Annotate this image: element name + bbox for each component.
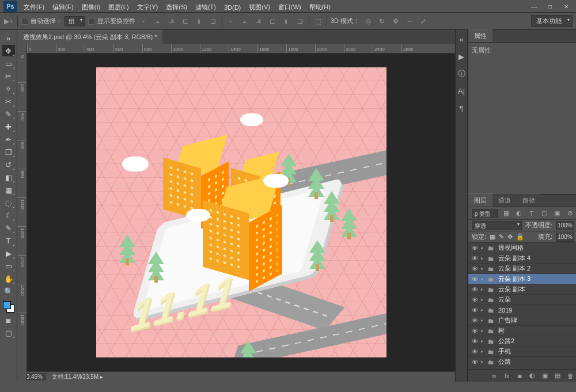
layer-group-icon[interactable]: ▣ bbox=[541, 372, 549, 380]
lock-image-icon[interactable]: ✎ bbox=[499, 233, 504, 241]
healing-tool[interactable]: ✚ bbox=[2, 121, 15, 132]
menu-layer[interactable]: 图层(L) bbox=[105, 2, 132, 13]
filter-pixel-icon[interactable]: ▦ bbox=[502, 209, 511, 218]
window-minimize[interactable]: — bbox=[527, 2, 541, 11]
layer-item[interactable]: 👁▸🖿云朵 bbox=[468, 295, 576, 305]
auto-align-icon[interactable]: ⬚ bbox=[313, 16, 323, 26]
color-swatches[interactable] bbox=[2, 300, 15, 313]
expand-arrow-icon[interactable]: ▸ bbox=[481, 307, 486, 313]
delete-layer-icon[interactable]: 🗑 bbox=[566, 372, 574, 380]
3d-pan-icon[interactable]: ✥ bbox=[391, 16, 401, 26]
menu-3d[interactable]: 3D(D) bbox=[221, 3, 244, 12]
eraser-tool[interactable]: ◧ bbox=[2, 172, 15, 183]
visibility-icon[interactable]: 👁 bbox=[471, 245, 479, 252]
brush-tool[interactable]: ✒ bbox=[2, 134, 15, 145]
filter-smart-icon[interactable]: ▣ bbox=[552, 209, 562, 218]
layer-item[interactable]: 👁▸🖿云朵 副本 4 bbox=[468, 253, 576, 264]
collapse-arrows-icon[interactable]: » bbox=[2, 32, 15, 44]
blend-mode-dropdown[interactable]: 穿透 bbox=[472, 221, 522, 230]
visibility-icon[interactable]: 👁 bbox=[471, 348, 479, 355]
info-icon[interactable]: ⓘ bbox=[456, 68, 467, 79]
new-layer-icon[interactable]: ▤ bbox=[554, 372, 562, 380]
align-left-icon[interactable]: ⊏ bbox=[180, 16, 191, 26]
link-layers-icon[interactable]: ∞ bbox=[490, 372, 498, 380]
distribute-right-icon[interactable]: ⊐ bbox=[295, 16, 305, 26]
distribute-left-icon[interactable]: ⊏ bbox=[267, 16, 278, 26]
workspace-switcher[interactable]: 基本功能 bbox=[531, 15, 573, 27]
path-select-tool[interactable]: ▶ bbox=[2, 248, 15, 259]
move-tool[interactable]: ✥ bbox=[2, 45, 15, 56]
layers-tab[interactable]: 图层 bbox=[468, 193, 492, 207]
quick-mask-tool[interactable]: ◙ bbox=[2, 314, 15, 326]
align-bottom-icon[interactable]: ⫡ bbox=[166, 16, 177, 26]
layer-item[interactable]: 👁▸🖿透视网格 bbox=[468, 243, 576, 253]
visibility-icon[interactable]: 👁 bbox=[471, 338, 479, 345]
expand-arrow-icon[interactable]: ▸ bbox=[481, 245, 486, 250]
layer-filter-kind[interactable]: ρ 类型 bbox=[472, 209, 498, 218]
expand-arrow-icon[interactable]: ▸ bbox=[481, 349, 486, 354]
eyedropper-tool[interactable]: ✎ bbox=[2, 108, 15, 120]
character-icon[interactable]: A| bbox=[456, 85, 467, 97]
expand-arrow-icon[interactable]: ▸ bbox=[481, 256, 486, 261]
layer-item[interactable]: 👁▸🖿公路 bbox=[468, 357, 576, 367]
lock-trans-icon[interactable]: ▦ bbox=[490, 233, 495, 241]
layer-item[interactable]: 👁▸🖿云朵 副本 3 bbox=[468, 274, 576, 284]
filter-shape-icon[interactable]: ▢ bbox=[540, 209, 549, 218]
3d-scale-icon[interactable]: ⤢ bbox=[418, 16, 429, 26]
3d-orbit-icon[interactable]: ◎ bbox=[363, 16, 373, 26]
stamp-tool[interactable]: ❐ bbox=[2, 146, 15, 158]
filter-type-icon[interactable]: T bbox=[527, 209, 536, 218]
marquee-tool[interactable]: ▭ bbox=[2, 58, 15, 69]
visibility-icon[interactable]: 👁 bbox=[471, 286, 479, 293]
visibility-icon[interactable]: 👁 bbox=[471, 276, 479, 283]
visibility-icon[interactable]: 👁 bbox=[471, 296, 479, 303]
align-vcenter-icon[interactable]: ⫠ bbox=[153, 16, 163, 26]
align-right-icon[interactable]: ⊐ bbox=[208, 16, 218, 26]
move-tool-icon[interactable]: ▶+ bbox=[3, 16, 14, 26]
layer-item[interactable]: 👁▸🖿手机 bbox=[468, 347, 576, 357]
window-close[interactable]: ✕ bbox=[559, 2, 573, 11]
canvas-viewport[interactable]: 11.11 bbox=[27, 54, 455, 371]
layer-item[interactable]: 👁▸🖿云朵 副本 2 bbox=[468, 264, 576, 274]
visibility-icon[interactable]: 👁 bbox=[471, 265, 479, 272]
layer-item[interactable]: 👁▸🖿2019 bbox=[468, 305, 576, 315]
magic-wand-tool[interactable]: ✧ bbox=[2, 83, 15, 94]
document-tab[interactable]: 透视效果2.psd @ 30.4% (云朵 副本 3, RGB/8) * bbox=[17, 30, 162, 44]
expand-arrow-icon[interactable]: ▸ bbox=[481, 318, 486, 323]
screen-mode-tool[interactable]: ▢ bbox=[2, 327, 15, 338]
properties-tab[interactable]: 属性 bbox=[468, 29, 492, 42]
show-transform-checkbox[interactable] bbox=[88, 18, 95, 25]
blur-tool[interactable]: ◌ bbox=[2, 197, 15, 208]
auto-select-dropdown[interactable]: 组 bbox=[65, 16, 85, 26]
menu-help[interactable]: 帮助(H) bbox=[306, 2, 334, 13]
paragraph-icon[interactable]: ¶ bbox=[456, 102, 467, 114]
distribute-bottom-icon[interactable]: ⫡ bbox=[253, 16, 264, 26]
ruler-vertical[interactable]: 020040060080010001200140016001800 bbox=[17, 54, 27, 382]
3d-slide-icon[interactable]: ↔ bbox=[404, 16, 415, 26]
auto-select-checkbox[interactable] bbox=[21, 18, 28, 25]
zoom-tool[interactable]: 🔍 bbox=[2, 286, 15, 297]
expand-arrow-icon[interactable]: ▸ bbox=[481, 287, 486, 292]
menu-image[interactable]: 图像(I) bbox=[78, 2, 104, 13]
distribute-top-icon[interactable]: ⫟ bbox=[226, 16, 236, 26]
3d-roll-icon[interactable]: ↻ bbox=[377, 16, 387, 26]
paths-tab[interactable]: 路径 bbox=[517, 194, 541, 207]
visibility-icon[interactable]: 👁 bbox=[471, 255, 479, 262]
dock-expand-icon[interactable]: « bbox=[456, 33, 467, 45]
gradient-tool[interactable]: ▦ bbox=[2, 184, 15, 196]
visibility-icon[interactable]: 👁 bbox=[471, 328, 479, 334]
lock-all-icon[interactable]: 🔒 bbox=[516, 233, 524, 241]
lock-pos-icon[interactable]: ✥ bbox=[507, 233, 513, 241]
layer-item[interactable]: 👁▸🖿广告牌 bbox=[468, 315, 576, 326]
visibility-icon[interactable]: 👁 bbox=[471, 307, 479, 314]
expand-arrow-icon[interactable]: ▸ bbox=[481, 359, 486, 364]
menu-filter[interactable]: 滤镜(T) bbox=[192, 2, 219, 13]
canvas[interactable]: 11.11 bbox=[96, 67, 386, 357]
expand-arrow-icon[interactable]: ▸ bbox=[481, 297, 486, 302]
menu-window[interactable]: 窗口(W) bbox=[275, 2, 305, 13]
history-icon[interactable]: ▶ bbox=[456, 51, 467, 62]
fill-value[interactable]: 100% bbox=[556, 233, 574, 242]
menu-view[interactable]: 视图(V) bbox=[245, 2, 274, 13]
crop-tool[interactable]: ✂ bbox=[2, 96, 15, 107]
shape-tool[interactable]: ▭ bbox=[2, 260, 15, 272]
